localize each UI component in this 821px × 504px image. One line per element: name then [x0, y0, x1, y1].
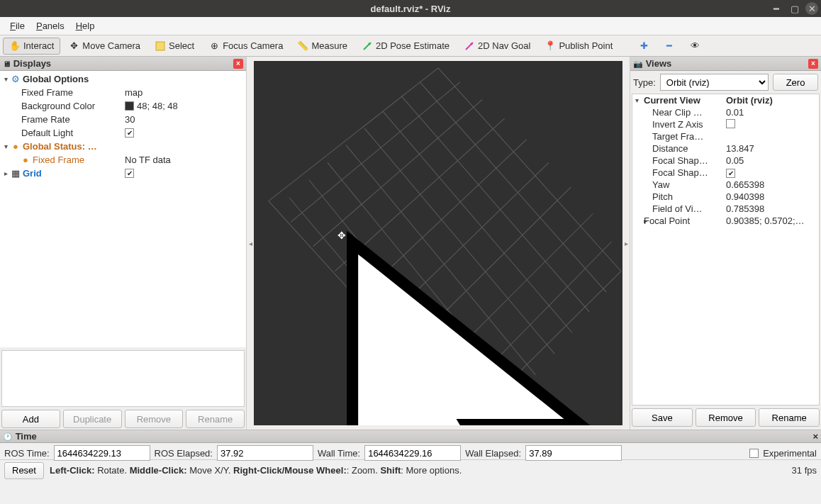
- views-tree[interactable]: ▾Current View Orbit (rviz) Near Clip …0.…: [632, 94, 820, 405]
- tool-label: 2D Pose Estimate: [376, 40, 449, 51]
- tool-add[interactable]: ✚: [632, 38, 656, 55]
- view-prop-label: Focal Shap…: [652, 167, 708, 178]
- tool-select[interactable]: Select: [148, 38, 201, 55]
- default-light-checkbox[interactable]: ✔: [125, 128, 134, 138]
- color-swatch[interactable]: [125, 101, 134, 111]
- ros-time-label: ROS Time:: [4, 448, 50, 459]
- view-prop-value[interactable]: 13.847: [726, 143, 754, 154]
- tool-focus-camera[interactable]: ⊕ Focus Camera: [202, 38, 289, 55]
- ros-elapsed-label: ROS Elapsed:: [155, 448, 213, 459]
- panel-title: Time: [16, 431, 37, 442]
- view-prop-value[interactable]: 0.785398: [726, 203, 764, 214]
- save-button[interactable]: Save: [632, 408, 693, 427]
- fixed-frame-value[interactable]: map: [125, 87, 143, 98]
- remove-button[interactable]: Remove: [696, 408, 756, 427]
- add-button[interactable]: Add: [1, 410, 60, 428]
- eye-icon: 👁: [689, 40, 700, 52]
- svg-line-13: [445, 242, 611, 411]
- displays-header[interactable]: Displays ×: [0, 57, 246, 71]
- tool-2d-nav-goal[interactable]: 2D Nav Goal: [457, 38, 537, 55]
- tool-measure[interactable]: 📏 Measure: [291, 38, 354, 55]
- view-prop-value[interactable]: 0.05: [726, 155, 744, 166]
- view-prop-label: Field of Vi…: [652, 203, 703, 214]
- titlebar: default.rviz* - RViz ━ ▢ ✕: [0, 0, 821, 17]
- view-prop-value[interactable]: 0.90385; 0.5702;…: [726, 215, 805, 226]
- splitter-left[interactable]: ◂: [247, 57, 254, 430]
- current-view-label: Current View: [644, 95, 700, 106]
- svg-line-7: [313, 99, 482, 247]
- view-prop-value[interactable]: 0.940398: [726, 191, 764, 202]
- warning-icon: ●: [10, 142, 21, 152]
- tool-move-camera[interactable]: ✥ Move Camera: [62, 38, 147, 55]
- tool-visibility[interactable]: 👁: [683, 38, 707, 55]
- bg-color-value[interactable]: 48; 48; 48: [137, 101, 178, 111]
- close-icon[interactable]: ×: [812, 431, 818, 442]
- wall-elapsed-label: Wall Elapsed:: [465, 448, 521, 459]
- remove-button[interactable]: Remove: [125, 410, 184, 428]
- current-view-value: Orbit (rviz): [723, 95, 819, 106]
- grid-label: Grid: [23, 168, 42, 179]
- view-prop-label: Focal Point: [644, 215, 690, 226]
- minimize-button[interactable]: ━: [769, 2, 784, 15]
- ros-elapsed-field[interactable]: [217, 445, 313, 461]
- svg-line-24: [269, 201, 469, 422]
- view-type-select[interactable]: Orbit (rviz): [660, 74, 769, 91]
- experimental-checkbox[interactable]: [749, 449, 759, 458]
- svg-line-8: [335, 118, 504, 271]
- zero-button[interactable]: Zero: [773, 74, 818, 91]
- mouse-hints: Left-Click: Rotate. Middle-Click: Move X…: [50, 465, 786, 476]
- close-icon[interactable]: ×: [808, 59, 818, 69]
- wall-time-field[interactable]: [364, 445, 461, 461]
- rename-button[interactable]: Rename: [759, 408, 820, 427]
- ruler-icon: 📏: [297, 40, 308, 52]
- svg-rect-0: [156, 42, 164, 50]
- view-prop-label: Pitch: [652, 191, 673, 202]
- menu-panels[interactable]: Panels: [30, 19, 70, 33]
- plus-icon: ✚: [638, 40, 649, 52]
- splitter-right[interactable]: ▸: [622, 57, 630, 430]
- tool-label: 2D Nav Goal: [478, 40, 530, 51]
- grid-checkbox[interactable]: ✔: [125, 169, 134, 178]
- ros-time-field[interactable]: [54, 445, 150, 461]
- view-prop-checkbox[interactable]: ✔: [726, 169, 735, 178]
- frame-rate-value[interactable]: 30: [125, 114, 135, 125]
- tool-remove[interactable]: ━: [657, 38, 681, 55]
- time-panel: Time × ROS Time: ROS Elapsed: Wall Time:…: [0, 430, 821, 459]
- displays-panel: Displays × ▾⚙Global Options Fixed Frame …: [0, 57, 247, 430]
- rename-button[interactable]: Rename: [186, 410, 245, 428]
- tool-publish-point[interactable]: 📍 Publish Point: [538, 38, 619, 55]
- wall-elapsed-field[interactable]: [525, 445, 622, 461]
- view-prop-value[interactable]: 0.01: [726, 107, 744, 118]
- view-prop-checkbox[interactable]: [726, 119, 735, 128]
- description-box: [1, 350, 245, 407]
- close-button[interactable]: ✕: [805, 2, 818, 15]
- default-light-label: Default Light: [21, 128, 73, 138]
- menu-file[interactable]: File: [4, 19, 30, 33]
- tool-label: Measure: [311, 40, 347, 51]
- svg-line-11: [401, 187, 571, 355]
- tool-2d-pose-estimate[interactable]: 2D Pose Estimate: [355, 38, 456, 55]
- duplicate-button[interactable]: Duplicate: [63, 410, 122, 428]
- select-icon: [155, 40, 166, 52]
- monitor-icon: [3, 58, 11, 69]
- fixed-frame-status-value: No TF data: [125, 155, 171, 165]
- time-header[interactable]: Time ×: [0, 430, 821, 443]
- tool-interact[interactable]: ✋ Interact: [3, 38, 60, 55]
- views-header[interactable]: Views ×: [630, 57, 821, 71]
- maximize-button[interactable]: ▢: [787, 2, 803, 15]
- view-prop-label: Distance: [652, 143, 688, 154]
- crosshair-icon: ⊕: [208, 40, 220, 52]
- menu-help[interactable]: Help: [70, 19, 101, 33]
- tool-label: Select: [169, 40, 194, 51]
- reset-button[interactable]: Reset: [4, 462, 44, 479]
- fixed-frame-status-label: Fixed Frame: [33, 155, 84, 165]
- tool-label: Publish Point: [559, 40, 613, 51]
- displays-tree[interactable]: ▾⚙Global Options Fixed Frame map Backgro…: [0, 71, 246, 347]
- green-arrow-icon: [362, 40, 373, 52]
- svg-line-6: [291, 82, 460, 223]
- 3d-viewport[interactable]: ✥: [254, 61, 622, 425]
- move-icon: ✥: [68, 40, 79, 52]
- close-icon[interactable]: ×: [233, 59, 243, 69]
- minus-icon: ━: [664, 40, 675, 52]
- view-prop-value[interactable]: 0.665398: [726, 179, 764, 190]
